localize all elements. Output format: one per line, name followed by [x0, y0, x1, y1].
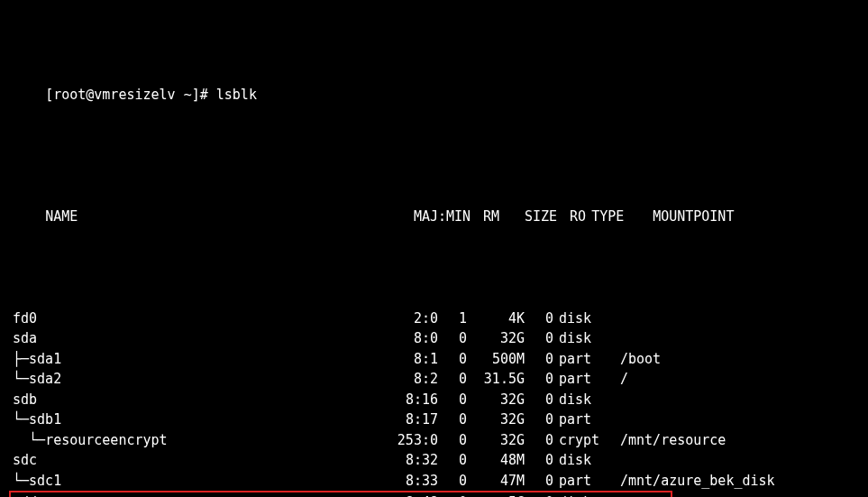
- device-row: sdb8:16032G0disk: [13, 390, 861, 410]
- device-name: sda: [13, 330, 37, 346]
- col-type: part: [553, 349, 613, 370]
- col-name: sdc1: [13, 471, 373, 492]
- col-size: 5G: [467, 492, 525, 497]
- device-row: sdb18:17032G0part: [13, 410, 861, 430]
- col-rm: 0: [438, 390, 467, 410]
- col-rm: 0: [438, 369, 467, 390]
- col-size: 48M: [467, 450, 525, 471]
- col-rm: 0: [438, 410, 467, 430]
- col-ro: 0: [525, 349, 553, 370]
- col-type: part: [553, 369, 613, 390]
- col-rm: 0: [438, 450, 467, 471]
- col-size: 32G: [467, 328, 525, 349]
- col-rm: 0: [438, 471, 467, 492]
- col-ro: 0: [525, 369, 553, 390]
- col-name: sda2: [13, 369, 373, 390]
- col-majmin: 2:0: [373, 308, 438, 329]
- command-text: lsblk: [216, 87, 257, 103]
- tree-branch-icon: [13, 411, 29, 428]
- device-name: sdb1: [29, 411, 61, 428]
- col-mountpoint: /mnt/resource: [613, 430, 726, 451]
- device-row: sda18:10500M0part/boot: [13, 349, 861, 370]
- header-ro: RO: [557, 207, 586, 227]
- col-type: part: [553, 471, 613, 492]
- col-majmin: 8:48: [373, 492, 438, 497]
- col-rm: 0: [438, 328, 467, 349]
- device-row: sdc18:33047M0part/mnt/azure_bek_disk: [13, 471, 861, 492]
- col-majmin: 8:33: [373, 471, 438, 492]
- lsblk-header: NAMEMAJ:MINRMSIZEROTYPEMOUNTPOINT: [13, 187, 861, 248]
- terminal[interactable]: [root@vmresizelv ~]# lsblk NAMEMAJ:MINRM…: [0, 0, 868, 497]
- col-type: part: [553, 410, 613, 430]
- device-name: fd0: [13, 310, 37, 327]
- col-ro: 0: [525, 308, 553, 329]
- col-ro: 0: [525, 492, 553, 497]
- shell-prompt: [root@vmresizelv ~]#: [45, 87, 216, 103]
- device-name: sda2: [29, 371, 61, 387]
- col-mountpoint: /boot: [613, 349, 661, 370]
- col-majmin: 8:16: [373, 390, 438, 410]
- tree-branch-icon: [13, 473, 29, 489]
- col-name: sda1: [13, 349, 373, 370]
- col-size: 32G: [467, 410, 525, 430]
- header-mountpoint: MOUNTPOINT: [645, 207, 734, 227]
- col-name: resourceencrypt: [13, 430, 373, 451]
- tree-branch-icon: [13, 351, 29, 367]
- col-majmin: 8:1: [373, 349, 438, 370]
- col-ro: 0: [525, 430, 553, 451]
- header-rm: RM: [471, 207, 499, 227]
- col-size: 4K: [467, 308, 525, 329]
- tree-branch-icon: [13, 371, 29, 387]
- col-size: 32G: [467, 430, 525, 451]
- device-row: sda28:2031.5G0part/: [13, 369, 861, 390]
- col-mountpoint: /: [613, 369, 628, 390]
- col-ro: 0: [525, 450, 553, 471]
- col-ro: 0: [525, 328, 553, 349]
- device-row: sda8:0032G0disk: [13, 328, 861, 349]
- col-size: 47M: [467, 471, 525, 492]
- device-row: resourceencrypt253:0032G0crypt/mnt/resou…: [13, 430, 861, 451]
- header-size: SIZE: [499, 207, 557, 227]
- col-type: disk: [553, 328, 613, 349]
- col-rm: 0: [438, 430, 467, 451]
- col-ro: 0: [525, 471, 553, 492]
- lsblk-rows: fd02:014K0disksda8:0032G0disksda18:10500…: [13, 308, 861, 498]
- col-name: sda: [13, 328, 373, 349]
- device-row: fd02:014K0disk: [13, 308, 861, 329]
- col-majmin: 253:0: [373, 430, 438, 451]
- device-name: sda1: [29, 351, 61, 367]
- col-name: fd0: [13, 308, 373, 329]
- col-type: disk: [553, 450, 613, 471]
- col-name: sdc: [13, 450, 373, 471]
- device-name: sdc1: [29, 473, 61, 489]
- tree-branch-icon: [13, 432, 45, 448]
- device-name: resourceencrypt: [45, 432, 167, 448]
- col-mountpoint: /mnt/azure_bek_disk: [613, 471, 775, 492]
- device-row: sdc8:32048M0disk: [13, 450, 861, 471]
- col-type: crypt: [553, 430, 613, 451]
- col-name: sdb1: [13, 410, 373, 430]
- device-name: sdb: [13, 391, 37, 408]
- header-majmin: MAJ:MIN: [406, 207, 471, 227]
- col-type: disk: [553, 390, 613, 410]
- col-size: 500M: [467, 349, 525, 370]
- col-majmin: 8:0: [373, 328, 438, 349]
- col-name: sdb: [13, 390, 373, 410]
- col-rm: 1: [438, 308, 467, 329]
- col-type: disk: [553, 308, 613, 329]
- col-size: 31.5G: [467, 369, 525, 390]
- col-ro: 0: [525, 410, 553, 430]
- prompt-line: [root@vmresizelv ~]# lsblk: [13, 65, 861, 126]
- col-majmin: 8:32: [373, 450, 438, 471]
- col-majmin: 8:2: [373, 369, 438, 390]
- device-row: sdd8:4805G0disk: [13, 492, 669, 497]
- highlighted-rows: sdd8:4805G0disk8673c519-c5e4-44af-9b0f-f…: [9, 491, 672, 497]
- col-name: sdd: [13, 492, 373, 497]
- col-rm: 0: [438, 349, 467, 370]
- col-ro: 0: [525, 390, 553, 410]
- col-majmin: 8:17: [373, 410, 438, 430]
- col-rm: 0: [438, 492, 467, 497]
- device-name: sdc: [13, 452, 37, 468]
- header-type: TYPE: [586, 207, 645, 227]
- col-size: 32G: [467, 390, 525, 410]
